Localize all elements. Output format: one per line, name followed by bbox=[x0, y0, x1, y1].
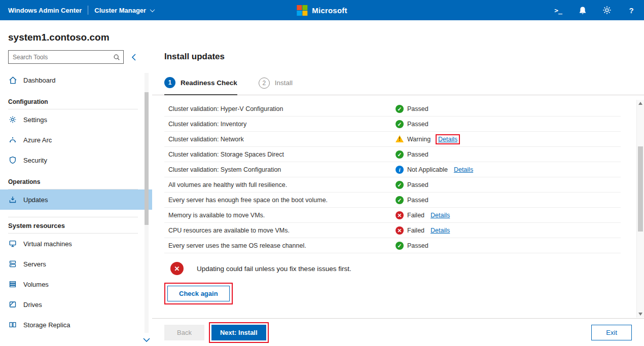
step-readiness-check[interactable]: 1 Readiness Check bbox=[164, 77, 237, 95]
failed-icon bbox=[396, 211, 404, 219]
check-name: Every server uses the same OS release ch… bbox=[168, 242, 396, 249]
passed-icon bbox=[396, 242, 404, 250]
sidebar-item-label: Virtual machines bbox=[23, 240, 72, 248]
check-row: Memory is available to move VMs. Failed … bbox=[164, 208, 621, 223]
app-title[interactable]: Windows Admin Center bbox=[8, 7, 82, 14]
collapse-sidebar-icon[interactable] bbox=[131, 53, 137, 61]
scroll-down-icon[interactable] bbox=[637, 313, 644, 316]
home-icon bbox=[8, 75, 17, 85]
check-again-button[interactable]: Check again bbox=[167, 286, 230, 301]
notifications-icon[interactable] bbox=[578, 6, 587, 15]
updates-icon bbox=[8, 195, 17, 204]
wizard-footer: Back Next: Install Exit bbox=[152, 318, 644, 346]
settings-icon[interactable] bbox=[602, 6, 612, 15]
powershell-icon[interactable]: >_ bbox=[554, 7, 563, 14]
volumes-icon bbox=[8, 280, 17, 289]
details-link[interactable]: Details bbox=[438, 136, 457, 143]
sidebar-item-label: Security bbox=[23, 157, 47, 164]
gear-icon bbox=[8, 115, 17, 124]
step-number: 2 bbox=[259, 78, 270, 89]
passed-icon bbox=[396, 120, 404, 128]
sidebar-item-virtual-machines[interactable]: Virtual machines bbox=[0, 234, 152, 254]
sidebar-item-label: Updates bbox=[23, 196, 48, 204]
sidebar-item-dashboard[interactable]: Dashboard bbox=[0, 70, 152, 90]
error-icon bbox=[170, 262, 184, 275]
microsoft-logo: Microsoft bbox=[297, 5, 347, 16]
sidebar-scrollbar-thumb[interactable] bbox=[145, 92, 149, 225]
passed-icon bbox=[396, 150, 404, 159]
servers-icon bbox=[8, 259, 17, 268]
page-title: Install updates bbox=[164, 52, 644, 62]
status-label: Failed bbox=[407, 212, 424, 219]
shield-icon bbox=[8, 156, 17, 165]
step-label: Readiness Check bbox=[181, 79, 237, 87]
check-name: Cluster validation: System Configuration bbox=[168, 166, 396, 173]
sidebar-scrollbar[interactable] bbox=[145, 73, 149, 333]
solution-menu[interactable]: Cluster Manager bbox=[94, 7, 154, 14]
status-label: Passed bbox=[407, 151, 428, 158]
passed-icon bbox=[396, 181, 404, 189]
status-label: Passed bbox=[407, 242, 428, 249]
details-link[interactable]: Details bbox=[431, 227, 450, 234]
sidebar-item-storage-replica[interactable]: Storage Replica bbox=[0, 315, 152, 335]
check-name: Cluster validation: Inventory bbox=[168, 121, 396, 128]
sidebar-item-label: Azure Arc bbox=[23, 136, 52, 144]
sidebar-item-label: Volumes bbox=[23, 281, 49, 288]
details-link[interactable]: Details bbox=[454, 166, 473, 173]
sidebar-item-updates[interactable]: Updates bbox=[0, 189, 152, 210]
warning-icon bbox=[396, 135, 404, 142]
sidebar-section-configuration: Configuration bbox=[8, 96, 138, 109]
check-name: All volumes are healthy with full resili… bbox=[168, 181, 396, 188]
check-name: CPU resources are available to move VMs. bbox=[168, 227, 396, 234]
azure-arc-icon bbox=[8, 135, 17, 144]
sidebar-item-servers[interactable]: Servers bbox=[0, 254, 152, 274]
sidebar-nav: Dashboard Configuration Settings Azure A… bbox=[0, 70, 152, 335]
step-install[interactable]: 2 Install bbox=[259, 77, 293, 95]
solution-label: Cluster Manager bbox=[94, 7, 146, 14]
search-icon[interactable] bbox=[113, 54, 123, 61]
help-icon[interactable]: ? bbox=[627, 6, 636, 15]
sidebar-scroll-down-icon[interactable] bbox=[143, 335, 150, 344]
check-row: Cluster validation: Network Warning Deta… bbox=[164, 132, 621, 147]
passed-icon bbox=[396, 196, 404, 204]
passed-icon bbox=[396, 105, 404, 113]
details-link[interactable]: Details bbox=[431, 212, 450, 219]
sidebar-item-label: Storage Replica bbox=[23, 321, 70, 329]
scroll-up-icon[interactable] bbox=[637, 102, 644, 105]
sidebar-item-settings[interactable]: Settings bbox=[0, 109, 152, 130]
topbar-divider bbox=[88, 6, 88, 15]
chevron-down-icon bbox=[150, 7, 155, 12]
server-name: system1.contoso.com bbox=[8, 32, 152, 43]
main-scrollbar-thumb[interactable] bbox=[638, 146, 643, 232]
readiness-check-list: Cluster validation: Hyper-V Configuratio… bbox=[152, 95, 644, 318]
storage-replica-icon bbox=[8, 320, 17, 329]
sidebar-item-volumes[interactable]: Volumes bbox=[0, 274, 152, 294]
search-input[interactable] bbox=[9, 54, 113, 61]
microsoft-logo-text: Microsoft bbox=[312, 6, 347, 15]
check-row: All volumes are healthy with full resili… bbox=[164, 177, 621, 193]
check-name: Cluster validation: Storage Spaces Direc… bbox=[168, 151, 396, 158]
microsoft-logo-icon bbox=[297, 5, 307, 16]
error-message: Updating could fail unless you fix these… bbox=[197, 265, 351, 273]
next-install-button[interactable]: Next: Install bbox=[211, 325, 266, 340]
check-name: Every server has enough free space on th… bbox=[168, 197, 396, 204]
top-bar: Windows Admin Center Cluster Manager Mic… bbox=[0, 0, 644, 20]
failed-icon bbox=[396, 226, 404, 235]
annotation-box-check-again: Check again bbox=[164, 283, 233, 304]
main-scrollbar[interactable] bbox=[636, 100, 644, 318]
sidebar-item-drives[interactable]: Drives bbox=[0, 294, 152, 315]
back-button[interactable]: Back bbox=[164, 325, 204, 340]
check-name: Cluster validation: Hyper-V Configuratio… bbox=[168, 105, 396, 112]
sidebar-item-azure-arc[interactable]: Azure Arc bbox=[0, 130, 152, 150]
exit-button[interactable]: Exit bbox=[591, 325, 632, 340]
vm-icon bbox=[8, 239, 17, 248]
check-row: CPU resources are available to move VMs.… bbox=[164, 223, 621, 238]
check-row: Cluster validation: Inventory Passed bbox=[164, 117, 621, 132]
status-label: Passed bbox=[407, 197, 428, 204]
sidebar-item-security[interactable]: Security bbox=[0, 150, 152, 170]
sidebar-item-label: Drives bbox=[23, 301, 42, 309]
sidebar-item-label: Dashboard bbox=[23, 76, 56, 84]
sidebar-item-label: Servers bbox=[23, 260, 46, 268]
check-row: Every server has enough free space on th… bbox=[164, 193, 621, 208]
step-number: 1 bbox=[164, 77, 175, 88]
